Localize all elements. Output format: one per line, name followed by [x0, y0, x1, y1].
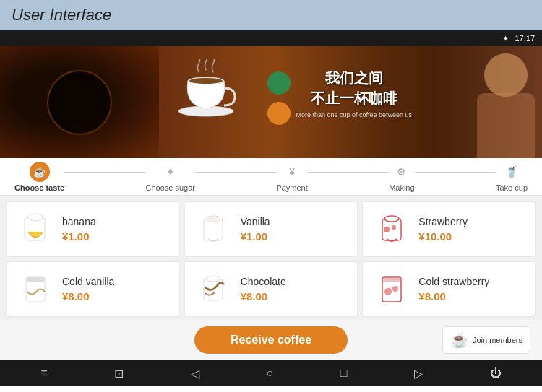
- product-chocolate[interactable]: Chocolate ¥8.00: [184, 261, 358, 317]
- bluetooth-icon: ✦: [502, 34, 509, 43]
- nav-menu-icon[interactable]: ≡: [40, 367, 47, 380]
- strawberry-name: Strawberry: [418, 216, 527, 227]
- step-choose-sugar[interactable]: ✦ Choose sugar: [145, 162, 195, 192]
- svg-rect-17: [382, 277, 401, 282]
- products-section: banana ¥1.00 Vanilla ¥1.00: [0, 196, 542, 320]
- vanilla-info: Vanilla ¥1.00: [241, 216, 349, 243]
- nav-camera-icon[interactable]: ⊡: [114, 367, 124, 380]
- hero-text: 我们之间 不止一杯咖啡 More than one cup of coffee …: [296, 68, 412, 118]
- hero-cn-line1: 我们之间: [296, 68, 412, 88]
- product-vanilla[interactable]: Vanilla ¥1.00: [184, 201, 358, 257]
- cold-strawberry-img: [371, 269, 411, 309]
- step-icon-taste: ☕: [30, 162, 50, 182]
- hero-woman-area: [434, 46, 542, 158]
- banana-name: banana: [62, 216, 171, 227]
- step-label-payment: Payment: [276, 183, 307, 192]
- svg-point-15: [206, 276, 220, 282]
- step-connector-4: [415, 172, 496, 173]
- hero-banner: 我们之间 不止一杯咖啡 More than one cup of coffee …: [0, 46, 542, 158]
- svg-point-18: [384, 288, 392, 295]
- cold-strawberry-price: ¥8.00: [418, 290, 527, 302]
- step-label-take-cup: Take cup: [496, 183, 528, 192]
- step-payment[interactable]: ¥ Payment: [276, 162, 307, 192]
- hero-cup: [173, 59, 238, 120]
- step-choose-taste[interactable]: ☕ Choose taste: [14, 162, 64, 192]
- join-members-label: Join members: [473, 336, 522, 344]
- action-area: Receive coffee ☕ Join members: [0, 320, 542, 360]
- strawberry-info: Strawberry ¥10.00: [418, 216, 527, 243]
- cold-vanilla-price: ¥8.00: [62, 290, 171, 302]
- nav-home-icon[interactable]: ○: [266, 367, 273, 380]
- product-cold-vanilla[interactable]: Cold vanilla ¥8.00: [6, 261, 180, 317]
- hero-en-text: More than one cup of coffee between us: [296, 111, 412, 118]
- step-icon-sugar: ✦: [160, 162, 181, 182]
- title-bar: User Interface: [0, 0, 542, 30]
- step-connector-1: [64, 172, 145, 173]
- page-title: User Interface: [12, 6, 111, 25]
- step-label-taste: Choose taste: [14, 183, 64, 192]
- hero-dots: [267, 71, 291, 125]
- step-connector-3: [308, 172, 389, 173]
- step-connector-2: [195, 172, 276, 173]
- step-label-sugar: Choose sugar: [145, 183, 195, 192]
- step-take-cup[interactable]: 🥤 Take cup: [496, 162, 528, 192]
- product-cold-strawberry[interactable]: Cold strawberry ¥8.00: [362, 261, 536, 317]
- nav-power-icon[interactable]: ⏻: [490, 367, 502, 380]
- receive-coffee-button[interactable]: Receive coffee: [194, 326, 348, 354]
- chocolate-img: [194, 269, 233, 309]
- nav-back-icon[interactable]: ◁: [191, 367, 199, 380]
- status-bar: ✦ 17:17: [0, 30, 542, 46]
- banana-price: ¥1.00: [62, 230, 171, 243]
- join-members-icon: ☕: [450, 331, 468, 349]
- hero-cn-line2: 不止一杯咖啡: [296, 88, 412, 108]
- step-making[interactable]: ⚙ Making: [389, 162, 414, 192]
- vanilla-price: ¥1.00: [241, 230, 349, 243]
- products-grid: banana ¥1.00 Vanilla ¥1.00: [6, 201, 536, 317]
- green-dot: [267, 71, 291, 95]
- cold-strawberry-info: Cold strawberry ¥8.00: [418, 276, 527, 302]
- svg-rect-13: [26, 277, 45, 282]
- svg-point-7: [207, 217, 220, 221]
- join-members-button[interactable]: ☕ Join members: [442, 326, 530, 354]
- svg-point-2: [189, 78, 223, 84]
- svg-point-11: [392, 225, 396, 230]
- time-display: 17:17: [515, 34, 535, 43]
- nav-volume-icon[interactable]: ▷: [414, 367, 423, 380]
- svg-point-9: [384, 216, 399, 222]
- banana-info: banana ¥1.00: [62, 216, 171, 243]
- svg-point-10: [384, 227, 390, 232]
- step-icon-making: ⚙: [392, 162, 412, 182]
- cold-strawberry-name: Cold strawberry: [418, 276, 527, 287]
- chocolate-price: ¥8.00: [241, 290, 349, 302]
- nav-recents-icon[interactable]: □: [340, 367, 348, 380]
- svg-point-4: [28, 214, 43, 221]
- product-banana[interactable]: banana ¥1.00: [6, 201, 180, 257]
- chocolate-name: Chocolate: [241, 276, 349, 287]
- cold-vanilla-img: [15, 269, 55, 309]
- cold-vanilla-info: Cold vanilla ¥8.00: [62, 276, 171, 302]
- cold-vanilla-name: Cold vanilla: [62, 276, 171, 287]
- chocolate-info: Chocolate ¥8.00: [241, 276, 349, 302]
- vanilla-name: Vanilla: [241, 216, 349, 227]
- banana-img: [15, 209, 55, 249]
- orange-dot: [267, 102, 291, 125]
- vanilla-img: [194, 209, 233, 249]
- step-icon-payment: ¥: [282, 162, 302, 182]
- steps-nav: ☕ Choose taste ✦ Choose sugar ¥ Payment …: [0, 158, 542, 196]
- svg-point-19: [392, 286, 398, 292]
- product-strawberry[interactable]: Strawberry ¥10.00: [362, 201, 536, 257]
- step-icon-take-cup: 🥤: [502, 162, 522, 182]
- step-label-making: Making: [389, 183, 414, 192]
- strawberry-price: ¥10.00: [418, 230, 527, 243]
- android-nav-bar: ≡ ⊡ ◁ ○ □ ▷ ⏻: [0, 360, 542, 386]
- strawberry-img: [371, 209, 411, 249]
